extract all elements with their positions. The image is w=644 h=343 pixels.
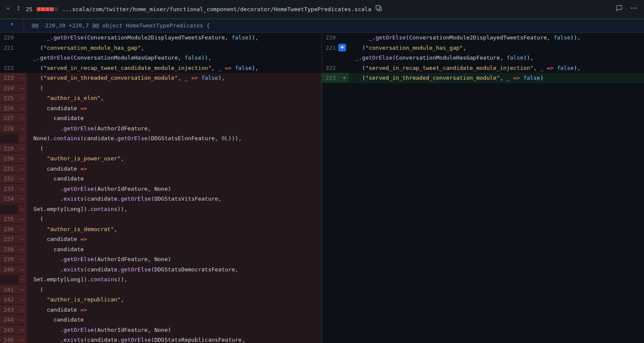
code-content: .exists(candidate.getOrElse(DDGStatsVits… xyxy=(27,194,322,204)
diff-marker: - xyxy=(18,73,27,82)
line-number[interactable]: 234 xyxy=(0,194,18,203)
line-number[interactable]: 245 xyxy=(0,325,18,334)
collapse-chevron-icon[interactable] xyxy=(5,5,11,14)
diff-line[interactable]: 240- .exists(candidate.getOrElse(DDGStat… xyxy=(0,265,322,275)
code-content: ( xyxy=(27,214,322,224)
line-number[interactable]: 235 xyxy=(0,214,18,223)
svg-rect-0 xyxy=(617,6,622,9)
diff-line[interactable]: 243- candidate => xyxy=(0,305,322,315)
line-number[interactable]: 238 xyxy=(0,244,18,254)
file-path[interactable]: ...scala/com/twitter/home_mixer/function… xyxy=(62,5,371,14)
diff-line[interactable]: 220 _.getOrElse(ConversationModule2Displ… xyxy=(322,33,644,43)
line-number[interactable]: 231 xyxy=(0,164,18,173)
line-number[interactable]: 223 xyxy=(322,73,340,82)
line-number[interactable]: 233 xyxy=(0,184,18,193)
diff-line[interactable]: 221+ ("conversation_module_has_gap", xyxy=(322,43,644,53)
file-header: 25 ...scala/com/twitter/home_mixer/funct… xyxy=(0,0,644,19)
expand-all-icon[interactable] xyxy=(15,5,21,14)
line-number[interactable]: 240 xyxy=(0,265,18,274)
diffstat xyxy=(37,7,58,11)
diff-line[interactable]: 246- .exists(candidate.getOrElse(DDGStat… xyxy=(0,335,322,343)
diff-line[interactable]: 223+ ("served_in_threaded_conversation_m… xyxy=(322,73,644,83)
code-content: ( xyxy=(27,144,322,154)
diff-line[interactable]: 222 ("served_in_recap_tweet_candidate_mo… xyxy=(322,63,644,73)
code-content: candidate => xyxy=(27,234,322,244)
code-content: "author_is_republican", xyxy=(27,295,322,305)
line-number[interactable]: 223 xyxy=(0,73,18,82)
line-number[interactable]: 224 xyxy=(0,83,18,93)
svg-point-2 xyxy=(633,7,635,9)
line-number[interactable]: 241 xyxy=(0,285,18,294)
kebab-menu-icon[interactable] xyxy=(629,5,639,14)
line-number[interactable]: 221 xyxy=(0,43,18,52)
code-content: "author_is_democrat", xyxy=(27,224,322,235)
line-number[interactable] xyxy=(0,274,18,275)
line-number[interactable]: 243 xyxy=(0,305,18,314)
diff-line[interactable]: 244- candidate xyxy=(0,315,322,325)
line-number[interactable]: 222 xyxy=(0,63,18,72)
line-number[interactable]: 230 xyxy=(0,153,18,163)
diff-line[interactable]: 241- ( xyxy=(0,285,322,295)
diff-line[interactable]: 225- "author_is_elon", xyxy=(0,93,322,103)
line-number[interactable]: 232 xyxy=(0,174,18,183)
diff-line[interactable]: 232- candidate xyxy=(0,174,322,184)
line-number[interactable]: 236 xyxy=(0,224,18,234)
diff-line[interactable]: 242- "author_is_republican", xyxy=(0,295,322,305)
code-content: .getOrElse(AuthorIdFeature, None) xyxy=(27,254,322,265)
diff-line[interactable]: 229- ( xyxy=(0,144,322,154)
line-number[interactable]: 221 xyxy=(322,43,340,52)
line-number[interactable] xyxy=(0,204,18,205)
diff-line[interactable]: - Set.empty[Long]).contains)), xyxy=(0,204,322,214)
diff-line[interactable]: 220 _.getOrElse(ConversationModule2Displ… xyxy=(0,33,322,43)
diff-marker: - xyxy=(18,244,27,254)
line-number[interactable]: 220 xyxy=(0,33,18,42)
diff-line[interactable]: - None).contains(candidate.getOrElse(DDG… xyxy=(0,133,322,144)
line-number[interactable]: 220 xyxy=(322,33,340,42)
line-number[interactable]: 246 xyxy=(0,335,18,343)
diff-line[interactable]: _.getOrElse(ConversationModuleHasGapFeat… xyxy=(322,53,644,63)
comment-icon[interactable] xyxy=(614,5,624,14)
diff-marker: - xyxy=(18,335,27,343)
diff-line[interactable]: 230- "author_is_power_user", xyxy=(0,153,322,164)
diff-line[interactable]: 223- ("served_in_threaded_conversation_m… xyxy=(0,73,322,83)
diff-line[interactable]: 237- candidate => xyxy=(0,234,322,244)
diff-line[interactable]: 224- ( xyxy=(0,83,322,93)
diff-line[interactable]: 227- candidate xyxy=(0,113,322,123)
diff-line[interactable]: 228- .getOrElse(AuthorIdFeature, xyxy=(0,123,322,134)
line-number[interactable]: 244 xyxy=(0,315,18,324)
diff-line[interactable]: 235- ( xyxy=(0,214,322,224)
line-number[interactable]: 228 xyxy=(0,123,18,133)
diff-pane-new: 220 _.getOrElse(ConversationModule2Displ… xyxy=(322,33,644,343)
diff-line[interactable]: _.getOrElse(ConversationModuleHasGapFeat… xyxy=(0,53,322,63)
diff-marker: - xyxy=(18,325,27,334)
line-number[interactable]: 226 xyxy=(0,103,18,113)
diff-line[interactable]: 233- .getOrElse(AuthorIdFeature, None) xyxy=(0,184,322,194)
diff-line[interactable]: 238- candidate xyxy=(0,244,322,255)
diff-marker: - xyxy=(18,153,27,163)
diff-line[interactable]: 236- "author_is_democrat", xyxy=(0,224,322,235)
code-content: _.getOrElse(ConversationModule2Displayed… xyxy=(349,33,644,43)
diff-line[interactable]: 234- .exists(candidate.getOrElse(DDGStat… xyxy=(0,194,322,204)
line-number[interactable]: 239 xyxy=(0,254,18,264)
line-number[interactable]: 242 xyxy=(0,295,18,304)
diff-line[interactable]: 226- candidate => xyxy=(0,103,322,114)
line-number[interactable]: 225 xyxy=(0,93,18,102)
diff-line[interactable]: 245- .getOrElse(AuthorIdFeature, None) xyxy=(0,325,322,335)
line-number[interactable] xyxy=(0,53,18,54)
diff-line[interactable]: 231- candidate => xyxy=(0,164,322,174)
diff-line[interactable]: - Set.empty[Long]).contains)), xyxy=(0,274,322,285)
line-number[interactable]: 237 xyxy=(0,234,18,244)
diff-line[interactable]: 239- .getOrElse(AuthorIdFeature, None) xyxy=(0,254,322,265)
copy-path-icon[interactable] xyxy=(376,5,382,14)
expand-badge-icon[interactable]: + xyxy=(338,44,346,51)
line-number[interactable] xyxy=(0,133,18,134)
diff-line[interactable]: 221 ("conversation_module_has_gap", xyxy=(0,43,322,53)
diff-line[interactable]: 222 ("served_in_recap_tweet_candidate_mo… xyxy=(0,63,322,73)
diff-marker: - xyxy=(18,274,27,284)
code-content: .exists(candidate.getOrElse(DDGStatsRepu… xyxy=(27,335,322,343)
line-number[interactable]: 222 xyxy=(322,63,340,72)
line-number[interactable]: 229 xyxy=(0,144,18,153)
expand-hunk-icon[interactable] xyxy=(0,19,24,32)
line-number[interactable]: 227 xyxy=(0,113,18,123)
line-number[interactable] xyxy=(322,53,340,54)
